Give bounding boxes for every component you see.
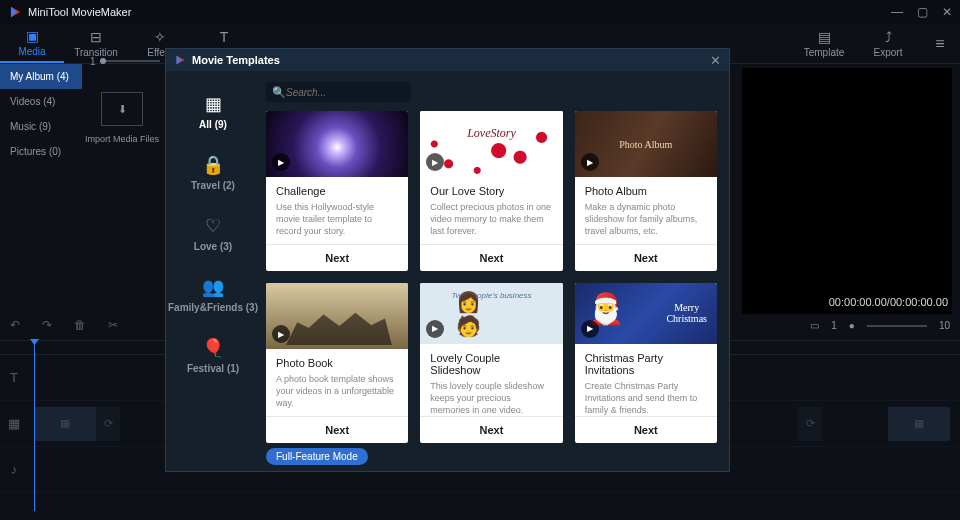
link-clip-button[interactable]: ⟳: [798, 407, 822, 441]
svg-marker-1: [11, 7, 17, 18]
playhead[interactable]: [34, 341, 35, 511]
video-clip-slot[interactable]: ▦: [34, 407, 96, 441]
play-icon[interactable]: ▶: [426, 153, 444, 171]
template-thumbnail[interactable]: ▶: [266, 283, 408, 349]
preview-pane[interactable]: [742, 68, 952, 314]
thumbnail-zoom-slider[interactable]: 1: [90, 54, 160, 68]
undo-button[interactable]: ↶: [10, 318, 20, 332]
zoom-value: 1: [90, 56, 96, 67]
template-card-lovestory: ▶ Our Love Story Collect precious photos…: [420, 111, 562, 271]
full-feature-mode-button[interactable]: Full-Feature Mode: [266, 448, 368, 465]
search-icon: 🔍: [272, 86, 286, 99]
transition-icon: ⊟: [90, 29, 102, 45]
category-all-label: All (9): [199, 119, 227, 130]
grid-icon: ▦: [205, 93, 222, 115]
template-title: Lovely Couple Slideshow: [420, 344, 562, 380]
redo-button[interactable]: ↷: [42, 318, 52, 332]
template-card-christmas: ▶ Christmas Party Invitations Create Chr…: [575, 283, 717, 443]
play-icon[interactable]: ▶: [426, 320, 444, 338]
next-button[interactable]: Next: [420, 416, 562, 443]
category-love-label: Love (3): [194, 241, 232, 252]
template-thumbnail[interactable]: ▶: [575, 283, 717, 344]
category-all[interactable]: ▦ All (9): [166, 89, 260, 134]
export-icon: ⤴: [885, 29, 892, 45]
tab-media-label: Media: [18, 46, 45, 57]
audio-track-icon: ♪: [0, 462, 28, 477]
next-button[interactable]: Next: [266, 416, 408, 443]
play-icon[interactable]: ▶: [581, 320, 599, 338]
export-button[interactable]: ⤴ Export: [856, 29, 920, 58]
play-icon[interactable]: ▶: [581, 153, 599, 171]
template-title: Christmas Party Invitations: [575, 344, 717, 380]
scale-min: 1: [831, 320, 837, 331]
sidebar-item-pictures[interactable]: Pictures (0): [0, 139, 82, 164]
import-zone: ⬇ Import Media Files: [82, 64, 162, 314]
template-card-couple: ▶ Lovely Couple Slideshow This lovely co…: [420, 283, 562, 443]
template-thumbnail[interactable]: ▶: [266, 111, 408, 177]
next-button[interactable]: Next: [575, 416, 717, 443]
app-logo-icon: [8, 5, 22, 19]
category-festival[interactable]: 🎈 Festival (1): [166, 333, 260, 378]
text-track-icon: T: [0, 370, 28, 385]
template-thumbnail[interactable]: ▶: [420, 111, 562, 177]
download-icon: ⬇: [118, 103, 127, 116]
movie-templates-dialog: Movie Templates ✕ ▦ All (9) 🔒 Travel (2)…: [165, 48, 730, 472]
template-desc: Create Christmas Party Invitations and s…: [575, 380, 717, 416]
delete-button[interactable]: 🗑: [74, 318, 86, 332]
tab-media[interactable]: ▣ Media: [0, 24, 64, 63]
next-button[interactable]: Next: [420, 244, 562, 271]
sidebar-item-videos[interactable]: Videos (4): [0, 89, 82, 114]
template-button[interactable]: ▤ Template: [792, 29, 856, 58]
template-desc: Make a dynamic photo slideshow for famil…: [575, 201, 717, 244]
heart-icon: ♡: [205, 215, 221, 237]
sidebar-item-myalbum[interactable]: My Album (4): [0, 64, 82, 89]
template-title: Photo Book: [266, 349, 408, 373]
play-icon[interactable]: ▶: [272, 153, 290, 171]
category-travel[interactable]: 🔒 Travel (2): [166, 150, 260, 195]
close-window-button[interactable]: ✕: [942, 5, 952, 19]
template-card-challenge: ▶ Challenge Use this Hollywood-style mov…: [266, 111, 408, 271]
import-label: Import Media Files: [85, 134, 159, 144]
video-track-icon: ▦: [0, 416, 28, 431]
category-family-label: Family&Friends (3): [168, 302, 258, 313]
export-label: Export: [874, 47, 903, 58]
add-clip-button[interactable]: ⟳: [96, 407, 120, 441]
template-card-photoalbum: ▶ Photo Album Make a dynamic photo slide…: [575, 111, 717, 271]
dialog-logo-icon: [174, 54, 186, 66]
app-title: MiniTool MovieMaker: [28, 6, 891, 18]
maximize-button[interactable]: ▢: [917, 5, 928, 19]
video-clip-slot-end[interactable]: ▦: [888, 407, 950, 441]
menu-button[interactable]: ≡: [920, 35, 960, 53]
aspect-icon[interactable]: ▭: [810, 320, 819, 331]
category-family[interactable]: 👥 Family&Friends (3): [166, 272, 260, 317]
template-title: Photo Album: [575, 177, 717, 201]
minimize-button[interactable]: —: [891, 5, 903, 19]
next-button[interactable]: Next: [266, 244, 408, 271]
scale-max: 10: [939, 320, 950, 331]
titlebar: MiniTool MovieMaker — ▢ ✕: [0, 0, 960, 24]
template-grid: ▶ Challenge Use this Hollywood-style mov…: [266, 105, 721, 449]
template-title: Challenge: [266, 177, 408, 201]
template-thumbnail[interactable]: ▶: [420, 283, 562, 344]
template-desc: A photo book template shows your videos …: [266, 373, 408, 416]
template-category-list: ▦ All (9) 🔒 Travel (2) ♡ Love (3) 👥 Fami…: [166, 71, 260, 471]
text-icon: T: [220, 29, 229, 45]
sidebar-item-music[interactable]: Music (9): [0, 114, 82, 139]
template-desc: This lovely couple slideshow keeps your …: [420, 380, 562, 416]
dialog-title: Movie Templates: [192, 54, 710, 66]
import-media-button[interactable]: ⬇: [101, 92, 143, 126]
cut-button[interactable]: ✂: [108, 318, 118, 332]
dialog-close-button[interactable]: ✕: [710, 53, 721, 68]
category-travel-label: Travel (2): [191, 180, 235, 191]
dialog-header: Movie Templates ✕: [166, 49, 729, 71]
zoom-track[interactable]: [867, 325, 927, 327]
category-love[interactable]: ♡ Love (3): [166, 211, 260, 256]
next-button[interactable]: Next: [575, 244, 717, 271]
template-thumbnail[interactable]: ▶: [575, 111, 717, 177]
play-icon[interactable]: ▶: [272, 325, 290, 343]
template-desc: Collect precious photos in one video mem…: [420, 201, 562, 244]
people-icon: 👥: [202, 276, 224, 298]
template-card-photobook: ▶ Photo Book A photo book template shows…: [266, 283, 408, 443]
template-title: Our Love Story: [420, 177, 562, 201]
search-input[interactable]: [286, 87, 405, 98]
